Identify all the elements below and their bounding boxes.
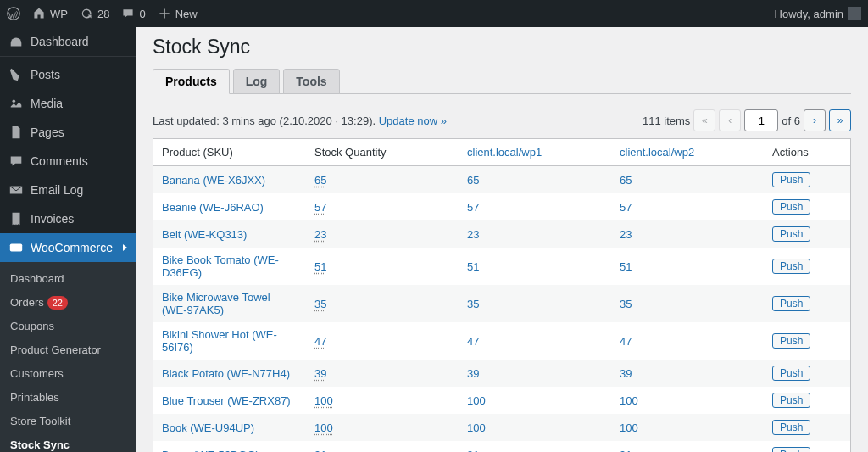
- submenu-product-generator[interactable]: Product Generator: [0, 338, 136, 362]
- stock-qty[interactable]: 47: [314, 335, 326, 348]
- page-first[interactable]: «: [693, 109, 715, 131]
- page-next[interactable]: ›: [804, 109, 826, 131]
- th-site2[interactable]: client.local/wp2: [611, 139, 764, 166]
- site2-qty: 39: [620, 367, 632, 380]
- menu-dashboard[interactable]: Dashboard: [0, 27, 136, 56]
- product-link[interactable]: Black Potato (WE-N77H4): [162, 367, 290, 380]
- submenu-stock-sync[interactable]: Stock Sync: [0, 433, 136, 452]
- site2-qty: 100: [620, 421, 638, 434]
- page-prev[interactable]: ‹: [719, 109, 741, 131]
- stock-qty[interactable]: 39: [314, 367, 326, 380]
- product-link[interactable]: Banana (WE-X6JXX): [162, 174, 265, 187]
- site1-qty: 65: [467, 174, 479, 187]
- submenu-printables[interactable]: Printables: [0, 386, 136, 410]
- menu-media[interactable]: Media: [0, 89, 136, 118]
- tab-log[interactable]: Log: [233, 69, 281, 94]
- product-link[interactable]: Bikini Shower Hot (WE-56I76): [162, 328, 277, 354]
- site1-qty: 23: [467, 228, 479, 241]
- stock-qty[interactable]: 100: [314, 394, 333, 407]
- stock-qty[interactable]: 57: [314, 201, 326, 214]
- site2-qty: 47: [620, 335, 632, 348]
- th-stock: Stock Quantity: [306, 139, 459, 166]
- product-link[interactable]: Bike Microwave Towel (WE-97AK5): [162, 291, 270, 316]
- table-row: Beanie (WE-J6RAO)575757Push: [153, 193, 850, 220]
- push-button[interactable]: Push: [772, 393, 810, 408]
- menu-comments[interactable]: Comments: [0, 147, 136, 176]
- page-title: Stock Sync: [153, 36, 851, 59]
- submenu-customers[interactable]: Customers: [0, 362, 136, 386]
- table-row: Belt (WE-KQ313)232323Push: [153, 220, 850, 248]
- comments-count[interactable]: 0: [121, 7, 145, 20]
- tab-products[interactable]: Products: [153, 69, 230, 94]
- stock-qty[interactable]: 65: [314, 174, 326, 187]
- table-row: Blue Trouser (WE-ZRX87)100100100Push: [153, 387, 850, 414]
- site1-qty: 47: [467, 335, 479, 348]
- site1-qty: 100: [467, 394, 486, 407]
- avatar: [848, 7, 861, 20]
- site1-qty: 91: [467, 449, 479, 453]
- stock-qty[interactable]: 100: [314, 421, 333, 434]
- product-link[interactable]: Blue Trouser (WE-ZRX87): [162, 394, 291, 407]
- push-button[interactable]: Push: [772, 420, 810, 435]
- table-row: Bike Microwave Towel (WE-97AK5)353535Pus…: [153, 285, 850, 322]
- push-button[interactable]: Push: [772, 226, 810, 242]
- tab-tools[interactable]: Tools: [283, 69, 339, 94]
- wp-logo[interactable]: [7, 7, 20, 20]
- product-link[interactable]: Beanie (WE-J6RAO): [162, 201, 264, 214]
- site2-qty: 35: [620, 298, 632, 310]
- table-row: Banana (WE-X6JXX)656565Push: [153, 166, 850, 193]
- menu-woocommerce[interactable]: WooCommerce: [0, 233, 136, 262]
- site1-qty: 35: [467, 298, 479, 310]
- site2-qty: 23: [620, 228, 632, 241]
- stock-qty[interactable]: 23: [314, 228, 326, 241]
- updates[interactable]: 28: [80, 7, 109, 20]
- page-last[interactable]: »: [829, 109, 851, 131]
- stock-qty[interactable]: 51: [314, 260, 326, 273]
- product-link[interactable]: Brass (WE-56DGG): [162, 449, 259, 453]
- site1-qty: 51: [467, 260, 479, 273]
- product-link[interactable]: Belt (WE-KQ313): [162, 228, 247, 241]
- push-button[interactable]: Push: [772, 172, 810, 187]
- site2-qty: 65: [620, 174, 632, 187]
- push-button[interactable]: Push: [772, 296, 810, 311]
- push-button[interactable]: Push: [772, 366, 810, 381]
- site2-qty: 100: [620, 394, 638, 407]
- new-content[interactable]: New: [158, 7, 198, 20]
- update-now-link[interactable]: Update now »: [379, 114, 447, 127]
- orders-badge: 22: [47, 296, 68, 310]
- svg-point-1: [15, 42, 18, 44]
- submenu-dashboard[interactable]: Dashboard: [0, 267, 136, 291]
- menu-emaillog[interactable]: Email Log: [0, 176, 136, 204]
- items-count: 111 items: [643, 114, 690, 127]
- submenu-store-toolkit[interactable]: Store Toolkit: [0, 410, 136, 433]
- howdy[interactable]: Howdy, admin: [775, 7, 861, 20]
- page-input[interactable]: [744, 109, 778, 131]
- stock-qty[interactable]: 35: [314, 298, 326, 310]
- site-name[interactable]: WP: [32, 7, 68, 20]
- stock-qty[interactable]: 91: [314, 449, 326, 453]
- svg-rect-3: [10, 244, 22, 252]
- page-total: of 6: [782, 114, 800, 127]
- push-button[interactable]: Push: [772, 259, 810, 274]
- table-row: Bikini Shower Hot (WE-56I76)474747Push: [153, 322, 850, 360]
- menu-invoices[interactable]: Invoices: [0, 204, 136, 233]
- site1-qty: 100: [467, 421, 486, 434]
- svg-point-2: [13, 100, 16, 103]
- menu-pages[interactable]: Pages: [0, 118, 136, 147]
- push-button[interactable]: Push: [772, 199, 810, 215]
- last-updated: Last updated: 3 mins ago (2.10.2020 · 13…: [153, 114, 447, 127]
- push-button[interactable]: Push: [772, 333, 810, 349]
- product-link[interactable]: Book (WE-U94UP): [162, 421, 254, 434]
- submenu-orders[interactable]: Orders22: [0, 291, 136, 315]
- menu-posts[interactable]: Posts: [0, 60, 136, 89]
- product-link[interactable]: Bike Book Tomato (WE-D36EG): [162, 254, 279, 279]
- table-row: Bike Book Tomato (WE-D36EG)515151Push: [153, 248, 850, 285]
- site1-qty: 39: [467, 367, 479, 380]
- submenu-coupons[interactable]: Coupons: [0, 315, 136, 338]
- th-actions: Actions: [764, 139, 850, 166]
- push-button[interactable]: Push: [772, 447, 810, 452]
- th-product: Product (SKU): [153, 139, 306, 166]
- th-site1[interactable]: client.local/wp1: [459, 139, 611, 166]
- table-row: Brass (WE-56DGG)919191Push: [153, 441, 850, 452]
- site2-qty: 51: [620, 260, 632, 273]
